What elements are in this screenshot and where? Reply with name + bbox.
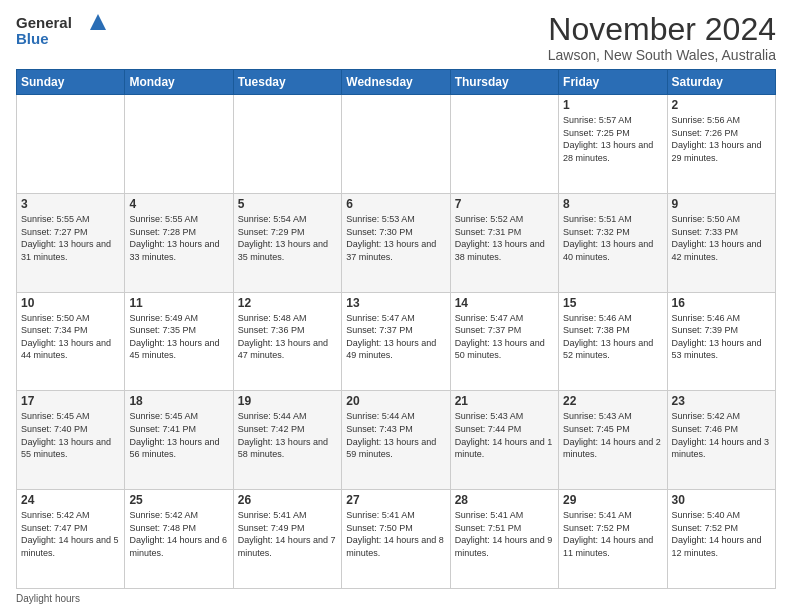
calendar-cell: 10Sunrise: 5:50 AM Sunset: 7:34 PM Dayli… [17, 292, 125, 391]
calendar-cell: 22Sunrise: 5:43 AM Sunset: 7:45 PM Dayli… [559, 391, 667, 490]
footer: Daylight hours [16, 593, 776, 604]
logo-svg: General Blue [16, 12, 106, 48]
calendar-cell: 14Sunrise: 5:47 AM Sunset: 7:37 PM Dayli… [450, 292, 558, 391]
calendar-cell: 29Sunrise: 5:41 AM Sunset: 7:52 PM Dayli… [559, 490, 667, 589]
calendar-cell [342, 95, 450, 194]
day-number: 1 [563, 98, 662, 112]
day-of-week-header: Friday [559, 70, 667, 95]
day-info: Sunrise: 5:43 AM Sunset: 7:44 PM Dayligh… [455, 410, 554, 460]
day-number: 2 [672, 98, 771, 112]
day-number: 17 [21, 394, 120, 408]
calendar-week-row: 24Sunrise: 5:42 AM Sunset: 7:47 PM Dayli… [17, 490, 776, 589]
calendar-week-row: 10Sunrise: 5:50 AM Sunset: 7:34 PM Dayli… [17, 292, 776, 391]
day-number: 4 [129, 197, 228, 211]
svg-text:General: General [16, 14, 72, 31]
day-number: 5 [238, 197, 337, 211]
day-of-week-header: Thursday [450, 70, 558, 95]
day-number: 7 [455, 197, 554, 211]
calendar-cell: 24Sunrise: 5:42 AM Sunset: 7:47 PM Dayli… [17, 490, 125, 589]
calendar-cell [125, 95, 233, 194]
day-info: Sunrise: 5:55 AM Sunset: 7:27 PM Dayligh… [21, 213, 120, 263]
title-block: November 2024 Lawson, New South Wales, A… [548, 12, 776, 63]
header: General Blue November 2024 Lawson, New S… [16, 12, 776, 63]
calendar-cell: 21Sunrise: 5:43 AM Sunset: 7:44 PM Dayli… [450, 391, 558, 490]
day-number: 27 [346, 493, 445, 507]
day-info: Sunrise: 5:40 AM Sunset: 7:52 PM Dayligh… [672, 509, 771, 559]
day-info: Sunrise: 5:41 AM Sunset: 7:51 PM Dayligh… [455, 509, 554, 559]
day-number: 18 [129, 394, 228, 408]
calendar-cell: 5Sunrise: 5:54 AM Sunset: 7:29 PM Daylig… [233, 193, 341, 292]
calendar-cell: 19Sunrise: 5:44 AM Sunset: 7:42 PM Dayli… [233, 391, 341, 490]
day-number: 6 [346, 197, 445, 211]
day-info: Sunrise: 5:42 AM Sunset: 7:47 PM Dayligh… [21, 509, 120, 559]
day-number: 12 [238, 296, 337, 310]
calendar-cell: 25Sunrise: 5:42 AM Sunset: 7:48 PM Dayli… [125, 490, 233, 589]
calendar-cell: 23Sunrise: 5:42 AM Sunset: 7:46 PM Dayli… [667, 391, 775, 490]
day-number: 29 [563, 493, 662, 507]
calendar-cell: 4Sunrise: 5:55 AM Sunset: 7:28 PM Daylig… [125, 193, 233, 292]
day-number: 30 [672, 493, 771, 507]
day-number: 24 [21, 493, 120, 507]
day-number: 21 [455, 394, 554, 408]
day-number: 13 [346, 296, 445, 310]
day-info: Sunrise: 5:53 AM Sunset: 7:30 PM Dayligh… [346, 213, 445, 263]
calendar-cell: 18Sunrise: 5:45 AM Sunset: 7:41 PM Dayli… [125, 391, 233, 490]
calendar-cell: 16Sunrise: 5:46 AM Sunset: 7:39 PM Dayli… [667, 292, 775, 391]
calendar-cell: 30Sunrise: 5:40 AM Sunset: 7:52 PM Dayli… [667, 490, 775, 589]
day-number: 3 [21, 197, 120, 211]
day-number: 19 [238, 394, 337, 408]
calendar-cell [233, 95, 341, 194]
calendar-week-row: 3Sunrise: 5:55 AM Sunset: 7:27 PM Daylig… [17, 193, 776, 292]
calendar-cell: 13Sunrise: 5:47 AM Sunset: 7:37 PM Dayli… [342, 292, 450, 391]
subtitle: Lawson, New South Wales, Australia [548, 47, 776, 63]
day-number: 22 [563, 394, 662, 408]
day-info: Sunrise: 5:55 AM Sunset: 7:28 PM Dayligh… [129, 213, 228, 263]
day-info: Sunrise: 5:42 AM Sunset: 7:48 PM Dayligh… [129, 509, 228, 559]
calendar-cell [450, 95, 558, 194]
calendar-cell: 7Sunrise: 5:52 AM Sunset: 7:31 PM Daylig… [450, 193, 558, 292]
day-info: Sunrise: 5:46 AM Sunset: 7:38 PM Dayligh… [563, 312, 662, 362]
day-info: Sunrise: 5:46 AM Sunset: 7:39 PM Dayligh… [672, 312, 771, 362]
day-number: 11 [129, 296, 228, 310]
day-info: Sunrise: 5:41 AM Sunset: 7:49 PM Dayligh… [238, 509, 337, 559]
day-number: 26 [238, 493, 337, 507]
day-info: Sunrise: 5:44 AM Sunset: 7:43 PM Dayligh… [346, 410, 445, 460]
day-info: Sunrise: 5:45 AM Sunset: 7:41 PM Dayligh… [129, 410, 228, 460]
calendar-cell: 6Sunrise: 5:53 AM Sunset: 7:30 PM Daylig… [342, 193, 450, 292]
calendar-cell: 28Sunrise: 5:41 AM Sunset: 7:51 PM Dayli… [450, 490, 558, 589]
calendar-cell: 1Sunrise: 5:57 AM Sunset: 7:25 PM Daylig… [559, 95, 667, 194]
day-info: Sunrise: 5:43 AM Sunset: 7:45 PM Dayligh… [563, 410, 662, 460]
day-info: Sunrise: 5:50 AM Sunset: 7:33 PM Dayligh… [672, 213, 771, 263]
day-info: Sunrise: 5:47 AM Sunset: 7:37 PM Dayligh… [346, 312, 445, 362]
day-info: Sunrise: 5:44 AM Sunset: 7:42 PM Dayligh… [238, 410, 337, 460]
day-number: 23 [672, 394, 771, 408]
page: General Blue November 2024 Lawson, New S… [0, 0, 792, 612]
day-info: Sunrise: 5:57 AM Sunset: 7:25 PM Dayligh… [563, 114, 662, 164]
day-info: Sunrise: 5:45 AM Sunset: 7:40 PM Dayligh… [21, 410, 120, 460]
day-info: Sunrise: 5:49 AM Sunset: 7:35 PM Dayligh… [129, 312, 228, 362]
day-number: 20 [346, 394, 445, 408]
day-of-week-header: Tuesday [233, 70, 341, 95]
calendar-cell: 26Sunrise: 5:41 AM Sunset: 7:49 PM Dayli… [233, 490, 341, 589]
day-of-week-header: Monday [125, 70, 233, 95]
day-of-week-header: Sunday [17, 70, 125, 95]
day-number: 9 [672, 197, 771, 211]
calendar-cell: 15Sunrise: 5:46 AM Sunset: 7:38 PM Dayli… [559, 292, 667, 391]
day-number: 8 [563, 197, 662, 211]
calendar-cell: 2Sunrise: 5:56 AM Sunset: 7:26 PM Daylig… [667, 95, 775, 194]
day-info: Sunrise: 5:42 AM Sunset: 7:46 PM Dayligh… [672, 410, 771, 460]
calendar-cell: 20Sunrise: 5:44 AM Sunset: 7:43 PM Dayli… [342, 391, 450, 490]
svg-marker-2 [90, 14, 106, 30]
day-number: 15 [563, 296, 662, 310]
day-info: Sunrise: 5:54 AM Sunset: 7:29 PM Dayligh… [238, 213, 337, 263]
day-info: Sunrise: 5:52 AM Sunset: 7:31 PM Dayligh… [455, 213, 554, 263]
calendar-cell: 8Sunrise: 5:51 AM Sunset: 7:32 PM Daylig… [559, 193, 667, 292]
day-info: Sunrise: 5:47 AM Sunset: 7:37 PM Dayligh… [455, 312, 554, 362]
logo: General Blue [16, 12, 106, 48]
calendar-cell: 11Sunrise: 5:49 AM Sunset: 7:35 PM Dayli… [125, 292, 233, 391]
day-number: 28 [455, 493, 554, 507]
main-title: November 2024 [548, 12, 776, 47]
day-info: Sunrise: 5:41 AM Sunset: 7:50 PM Dayligh… [346, 509, 445, 559]
calendar-header-row: SundayMondayTuesdayWednesdayThursdayFrid… [17, 70, 776, 95]
svg-text:Blue: Blue [16, 30, 49, 47]
